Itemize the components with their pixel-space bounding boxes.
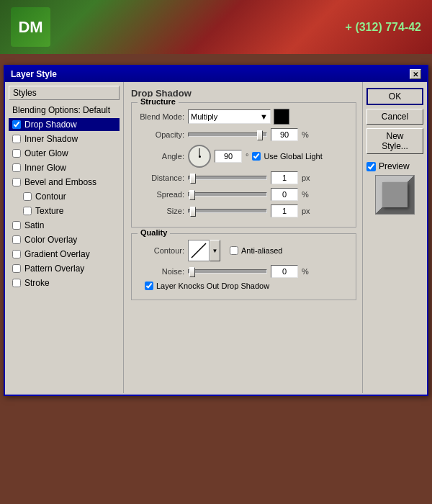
layer-item-texture[interactable]: Texture	[9, 204, 120, 217]
blend-mode-label: Blend Mode:	[138, 112, 184, 121]
anti-aliased-label[interactable]: Anti-aliased	[230, 246, 282, 255]
styles-header[interactable]: Styles	[9, 86, 120, 100]
dialog-title-bar: Layer Style ✕	[5, 66, 427, 82]
stroke-checkbox[interactable]	[12, 279, 21, 287]
drop-shadow-checkbox[interactable]	[12, 120, 21, 129]
noise-label: Noise:	[138, 267, 184, 276]
close-button[interactable]: ✕	[410, 69, 421, 79]
color-overlay-checkbox[interactable]	[12, 235, 21, 244]
dialog-content: Styles Blending Options: Default Drop Sh…	[5, 82, 427, 393]
texture-checkbox[interactable]	[23, 207, 32, 215]
use-global-light-label[interactable]: Use Global Light	[252, 152, 322, 161]
color-overlay-label: Color Overlay	[24, 235, 77, 245]
inner-glow-checkbox[interactable]	[12, 163, 21, 172]
button-panel: OK Cancel New Style... Preview	[362, 82, 427, 393]
gradient-overlay-checkbox[interactable]	[12, 250, 21, 258]
color-swatch[interactable]	[274, 109, 289, 125]
satin-label: Satin	[24, 220, 44, 230]
noise-input[interactable]	[271, 265, 298, 278]
preview-label: Preview	[379, 161, 410, 171]
layer-style-dialog: Layer Style ✕ Styles Blending Options: D…	[4, 65, 428, 396]
angle-dot	[199, 156, 201, 158]
angle-dial[interactable]	[188, 145, 211, 168]
layer-item-gradient-overlay[interactable]: Gradient Overlay	[9, 248, 120, 261]
outer-glow-checkbox[interactable]	[12, 149, 21, 158]
bevel-emboss-checkbox[interactable]	[12, 178, 21, 186]
angle-input[interactable]	[215, 150, 242, 163]
noise-row: Noise: %	[138, 265, 350, 278]
angle-unit: °	[246, 152, 248, 161]
outer-glow-label: Outer Glow	[24, 148, 68, 158]
layer-item-inner-shadow[interactable]: Inner Shadow	[9, 132, 120, 145]
blending-options-item[interactable]: Blending Options: Default	[9, 104, 120, 117]
bevel-emboss-label: Bevel and Emboss	[24, 177, 96, 187]
quality-group: Quality Contour: ▼ Anti-alia	[131, 233, 356, 300]
opacity-unit: %	[302, 130, 309, 139]
blend-mode-group: Multiply ▼	[188, 109, 289, 125]
blend-mode-row: Blend Mode: Multiply ▼	[138, 109, 350, 125]
texture-label: Texture	[35, 206, 63, 216]
layer-item-pattern-overlay[interactable]: Pattern Overlay	[9, 262, 120, 275]
spread-label: Spread:	[138, 190, 184, 199]
use-global-light-checkbox[interactable]	[252, 152, 261, 161]
inner-glow-label: Inner Glow	[24, 163, 66, 173]
size-slider[interactable]	[188, 209, 267, 213]
layer-item-stroke[interactable]: Stroke	[9, 276, 120, 289]
pattern-overlay-checkbox[interactable]	[12, 264, 21, 273]
anti-aliased-text: Anti-aliased	[241, 246, 282, 255]
preview-checkbox-row: Preview	[366, 161, 423, 171]
structure-title: Structure	[138, 97, 179, 106]
layer-item-inner-glow[interactable]: Inner Glow	[9, 161, 120, 174]
pattern-overlay-label: Pattern Overlay	[24, 264, 84, 274]
opacity-label: Opacity:	[138, 130, 184, 139]
new-style-button[interactable]: New Style...	[366, 128, 423, 154]
size-input[interactable]	[271, 204, 298, 217]
layer-item-contour[interactable]: Contour	[9, 190, 120, 203]
contour-row: Contour: ▼ Anti-aliased	[138, 240, 350, 261]
phone-number: + (312) 774-42	[346, 21, 421, 34]
layer-item-outer-glow[interactable]: Outer Glow	[9, 147, 120, 160]
spread-slider[interactable]	[188, 192, 267, 197]
angle-row: Angle: ° Use Global Light	[138, 145, 350, 168]
opacity-input[interactable]	[271, 128, 298, 141]
contour-checkbox[interactable]	[23, 192, 32, 201]
preview-checkbox[interactable]	[366, 162, 376, 171]
anti-aliased-checkbox[interactable]	[230, 246, 238, 255]
distance-row: Distance: px	[138, 171, 350, 184]
contour-preview[interactable]	[188, 240, 210, 261]
layer-item-bevel-emboss[interactable]: Bevel and Emboss	[9, 176, 120, 189]
layer-item-color-overlay[interactable]: Color Overlay	[9, 233, 120, 246]
angle-label: Angle:	[138, 152, 184, 161]
layer-item-drop-shadow[interactable]: Drop Shadow	[9, 118, 120, 131]
avatar: DM	[11, 7, 50, 47]
noise-slider[interactable]	[188, 269, 267, 274]
contour-form-label: Contour:	[138, 246, 184, 255]
gradient-overlay-label: Gradient Overlay	[24, 249, 90, 259]
drop-shadow-label: Drop Shadow	[24, 120, 77, 130]
satin-checkbox[interactable]	[12, 221, 21, 230]
quality-title: Quality	[138, 228, 170, 237]
distance-label: Distance:	[138, 174, 184, 182]
contour-dropdown-button[interactable]: ▼	[210, 240, 220, 261]
opacity-slider[interactable]	[188, 132, 267, 137]
spread-row: Spread: %	[138, 188, 350, 201]
main-content: Drop Shadow Structure Blend Mode: Multip…	[124, 82, 362, 393]
cancel-button[interactable]: Cancel	[366, 109, 423, 125]
layer-item-satin[interactable]: Satin	[9, 219, 120, 232]
preview-box	[375, 175, 415, 215]
knockout-label[interactable]: Layer Knocks Out Drop Shadow	[145, 282, 269, 290]
noise-unit: %	[302, 267, 309, 276]
blend-mode-select[interactable]: Multiply ▼	[188, 109, 271, 124]
size-unit: px	[302, 207, 310, 215]
preview-inner	[382, 182, 408, 207]
contour-control: ▼	[188, 240, 220, 261]
size-row: Size: px	[138, 204, 350, 217]
use-global-light-text: Use Global Light	[264, 152, 322, 161]
inner-shadow-checkbox[interactable]	[12, 135, 21, 143]
distance-input[interactable]	[271, 171, 298, 184]
distance-slider[interactable]	[188, 176, 267, 180]
preview-area: Preview	[366, 161, 423, 215]
ok-button[interactable]: OK	[366, 88, 423, 105]
spread-input[interactable]	[271, 188, 298, 201]
knockout-checkbox[interactable]	[145, 282, 153, 290]
